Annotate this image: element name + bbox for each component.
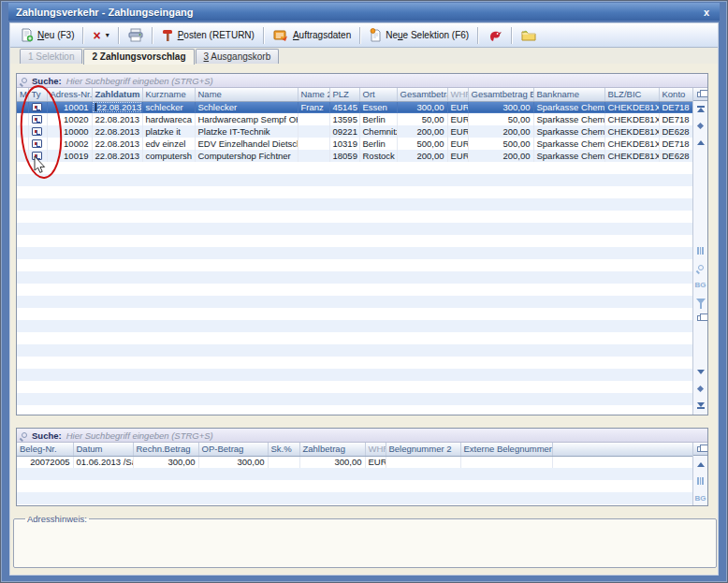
column-header-belegnummer-2[interactable]: Belegnummer 2 <box>386 443 460 456</box>
table-cell: Sparkasse Chemnitz <box>533 125 604 138</box>
column-header-op-betrag[interactable]: OP-Betrag <box>198 443 268 456</box>
table-cell: platzke it <box>142 125 195 138</box>
table-cell: 22.08.2013 <box>92 138 142 150</box>
table-cell: EUR <box>447 101 468 113</box>
table-cell: EUR <box>447 125 468 138</box>
windows-icon <box>697 315 705 321</box>
table-row[interactable]: 1000122.08.2013schleckerSchleckerFranz45… <box>17 101 692 113</box>
optimize-columns-button[interactable] <box>695 475 706 487</box>
optimize-columns-button[interactable] <box>695 245 706 256</box>
column-header-spacer[interactable] <box>552 443 692 456</box>
scroll-up-icon <box>697 462 705 467</box>
scroll-up-icon <box>697 140 705 145</box>
table-cell: 200,00 <box>397 125 447 138</box>
detail-search-bar[interactable]: Suche: Hier Suchbegriff eingeben (STRG+S… <box>17 429 707 443</box>
folder-button[interactable] <box>516 26 542 44</box>
table-cell: 300,00 <box>133 456 198 468</box>
table-row[interactable]: 2007200501.06.2013 /Sa300,00300,00300,00… <box>17 456 692 468</box>
column-chooser-icon <box>697 92 705 97</box>
filter-button[interactable] <box>695 296 706 307</box>
table-cell: EDV Einzelhandel Dietsch GmbH <box>195 138 298 150</box>
empty-row <box>17 162 692 174</box>
empty-row <box>17 468 692 480</box>
column-chooser-button[interactable] <box>693 88 707 101</box>
new-button[interactable]: Neu (F3) <box>14 25 80 45</box>
column-header-zahlbetrag[interactable]: Zahlbetrag <box>299 443 365 456</box>
payment-type-icon <box>32 152 42 160</box>
column-header-ort[interactable]: Ort <box>359 88 397 101</box>
font-button[interactable]: BG <box>695 492 706 503</box>
table-row[interactable]: 1000022.08.2013platzke itPlatzke IT-Tech… <box>17 125 692 138</box>
column-header-bankname[interactable]: Bankname <box>533 88 604 101</box>
payment-type-icon <box>32 139 42 148</box>
tab-selektion[interactable]: 1 Selektion <box>20 49 82 64</box>
font-button[interactable]: BG <box>695 279 706 290</box>
search-placeholder: Hier Suchbegriff eingeben (STRG+S) <box>66 76 213 86</box>
column-chooser-button[interactable] <box>693 443 707 456</box>
table-cell: CHEKDE81XXX <box>604 101 659 113</box>
delete-button[interactable]: × ▾ <box>87 28 114 43</box>
main-search-bar[interactable]: Suche: Hier Suchbegriff eingeben (STRG+S… <box>17 74 707 88</box>
posten-button[interactable]: Posten (RETURN) <box>156 26 260 45</box>
column-header-name[interactable]: Name <box>195 88 298 101</box>
column-header-beleg-nr-[interactable]: Beleg-Nr. <box>17 443 73 456</box>
close-icon[interactable]: x <box>701 7 712 18</box>
scroll-up-button[interactable] <box>695 459 706 470</box>
tab-ausgangskorb[interactable]: 3 Ausgangskorb <box>196 49 280 64</box>
column-header-adress-nr-[interactable]: Adress-Nr. <box>47 88 92 101</box>
column-header-plz[interactable]: PLZ <box>329 88 359 101</box>
copy-button[interactable] <box>695 313 706 324</box>
table-row[interactable]: 1002022.08.2013hardwarecaHardwarecamp Se… <box>17 113 692 125</box>
table-row[interactable]: 1000222.08.2013edv einzelEDV Einzelhande… <box>17 138 692 150</box>
column-header-blz-bic[interactable]: BLZ/BIC <box>604 88 659 101</box>
table-cell <box>298 125 329 138</box>
table-cell: hardwareca <box>142 113 195 125</box>
table-cell <box>386 456 460 468</box>
table-cell: 500,00 <box>468 138 533 150</box>
table-row[interactable]: 1001922.08.2013computershComputershop Fi… <box>17 150 692 162</box>
empty-row <box>17 235 692 247</box>
print-button[interactable] <box>123 25 149 45</box>
column-header-kurzname[interactable]: Kurzname <box>142 88 195 101</box>
empty-row <box>17 259 692 271</box>
toolbar-separator <box>152 27 153 44</box>
column-header-whr[interactable]: WHR <box>365 443 386 456</box>
column-header-whr[interactable]: WHR <box>447 88 468 101</box>
table-cell: 300,00 <box>468 101 533 113</box>
auftragsdaten-button[interactable]: Auftragsdaten <box>268 26 357 45</box>
bird-button[interactable] <box>482 26 508 45</box>
empty-row <box>17 284 692 296</box>
table-cell <box>17 113 28 125</box>
column-header-gesamtbetrag[interactable]: Gesamtbetrag <box>397 88 447 101</box>
search-label: Suche: <box>32 430 62 441</box>
tab-zahlungsvorschlag[interactable]: 2 Zahlungsvorschlag <box>83 49 194 65</box>
empty-row <box>17 223 692 235</box>
column-header-datum[interactable]: Datum <box>73 443 133 456</box>
scroll-last-button[interactable] <box>695 400 706 411</box>
zoom-button[interactable] <box>695 262 706 273</box>
toolbar-separator <box>82 27 84 44</box>
column-header-m[interactable]: M <box>17 88 28 101</box>
grid-tool-strip: BG <box>692 88 707 415</box>
scroll-up-button[interactable] <box>695 137 706 148</box>
column-header-rechn-betrag[interactable]: Rechn.Betrag <box>133 443 198 456</box>
table-cell <box>298 138 329 150</box>
scroll-down-button[interactable] <box>695 366 706 377</box>
neue-selektion-button[interactable]: Neue Selektion (F6) <box>364 25 474 45</box>
column-header-name-2[interactable]: Name 2 <box>298 88 329 101</box>
column-header-ty[interactable]: Ty <box>28 88 47 101</box>
tabstrip: 1 Selektion 2 Zahlungsvorschlag 3 Ausgan… <box>10 48 718 64</box>
column-header-sk-[interactable]: Sk.% <box>268 443 299 456</box>
dropdown-arrow-icon[interactable]: ▾ <box>106 31 109 39</box>
scroll-first-button[interactable] <box>695 103 706 114</box>
table-cell: EUR <box>447 150 468 162</box>
empty-row <box>17 393 692 405</box>
table-cell: Chemnitz <box>359 125 397 138</box>
table-cell: 01.06.2013 /Sa <box>73 456 133 468</box>
column-header-zahldatum[interactable]: Zahldatum <box>92 88 142 101</box>
column-header-konto[interactable]: Konto <box>659 88 692 101</box>
scroll-down-icon <box>697 370 705 374</box>
table-cell: EUR <box>447 113 468 125</box>
column-header-gesamtbetrag-euro[interactable]: Gesamtbetrag Euro <box>468 88 533 101</box>
column-header-externe-belegnummer[interactable]: Externe Belegnummer <box>460 443 552 456</box>
